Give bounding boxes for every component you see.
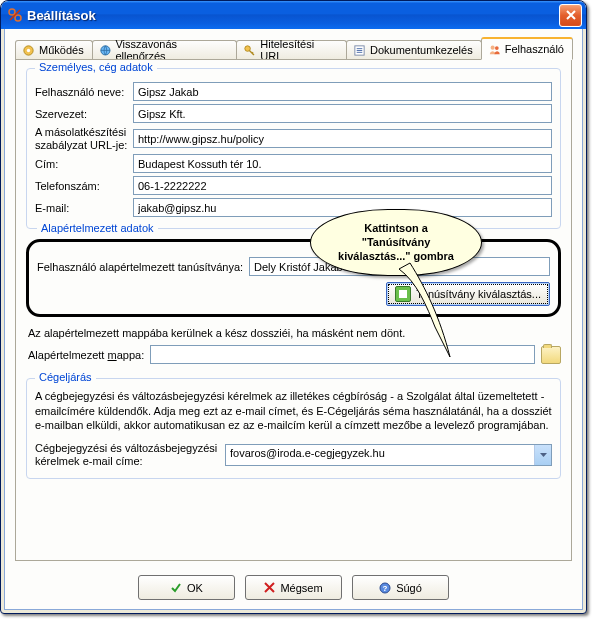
globe-icon bbox=[99, 44, 112, 57]
button-label: Súgó bbox=[396, 582, 422, 594]
label-address: Cím: bbox=[35, 158, 133, 170]
label-org: Szervezet: bbox=[35, 108, 133, 120]
default-folder-note: Az alapértelmezett mappába kerülnek a ké… bbox=[28, 327, 561, 339]
check-icon bbox=[170, 582, 182, 594]
legend-personal: Személyes, cég adatok bbox=[35, 61, 157, 73]
app-icon bbox=[7, 7, 23, 23]
label-default-folder: Alapértelmezett mappa: bbox=[28, 349, 144, 361]
tab-label: Dokumentumkezelés bbox=[370, 44, 473, 56]
combo-value: fovaros@iroda.e-cegjegyzek.hu bbox=[226, 445, 534, 465]
instruction-callout: Kattintson a "Tanúsítvány kiválasztás...… bbox=[310, 209, 482, 276]
label-name: Felhasználó neve: bbox=[35, 86, 133, 98]
tab-label: Felhasználó bbox=[505, 43, 564, 55]
input-name[interactable] bbox=[133, 82, 552, 101]
input-default-folder[interactable] bbox=[150, 345, 535, 364]
label-email: E-mail: bbox=[35, 202, 133, 214]
legend-defaults: Alapértelmezett adatok bbox=[37, 222, 158, 234]
x-icon bbox=[264, 582, 275, 593]
callout-tail bbox=[405, 257, 465, 367]
window-title: Beállítások bbox=[27, 8, 559, 23]
input-phone[interactable] bbox=[133, 176, 552, 195]
button-label: Mégsem bbox=[280, 582, 322, 594]
browse-folder-button[interactable] bbox=[541, 346, 561, 364]
tab-mukodes[interactable]: Működés bbox=[15, 40, 93, 59]
tab-felhasznalo[interactable]: Felhasználó bbox=[481, 37, 573, 60]
label-policy: A másolatkészítési szabályzat URL-je: bbox=[35, 126, 133, 151]
document-list-icon bbox=[353, 44, 366, 57]
group-cegeljaras: Cégeljárás A cégbejegyzési és változásbe… bbox=[26, 378, 561, 479]
close-button[interactable] bbox=[559, 4, 582, 27]
key-icon bbox=[243, 44, 256, 57]
tab-hitelesitesi[interactable]: Hitelesítési URL bbox=[236, 40, 346, 59]
label-ceg-email: Cégbejegyzési és változásbejegyzési kére… bbox=[35, 442, 225, 467]
help-button[interactable]: ? Súgó bbox=[352, 575, 449, 600]
chevron-down-icon[interactable] bbox=[534, 445, 551, 465]
legend-ceg: Cégeljárás bbox=[35, 371, 96, 383]
input-address[interactable] bbox=[133, 154, 552, 173]
input-org[interactable] bbox=[133, 104, 552, 123]
tabstrip: Működés Visszavonás ellenőrzés Hitelesít… bbox=[15, 35, 572, 59]
cancel-button[interactable]: Mégsem bbox=[245, 575, 342, 600]
tab-visszavonas[interactable]: Visszavonás ellenőrzés bbox=[92, 40, 238, 59]
tab-label: Működés bbox=[39, 44, 84, 56]
svg-point-7 bbox=[490, 45, 494, 49]
client-area: Működés Visszavonás ellenőrzés Hitelesít… bbox=[4, 29, 583, 610]
tab-dokumentum[interactable]: Dokumentumkezelés bbox=[346, 40, 482, 59]
svg-point-0 bbox=[9, 9, 15, 15]
combo-ceg-email[interactable]: fovaros@iroda.e-cegjegyzek.hu bbox=[225, 444, 552, 466]
svg-point-3 bbox=[27, 48, 30, 51]
ceg-desc: A cégbejegyzési és változásbejegyzési ké… bbox=[35, 389, 552, 432]
users-icon bbox=[488, 43, 501, 56]
gear-icon bbox=[22, 44, 35, 57]
ok-button[interactable]: OK bbox=[138, 575, 235, 600]
label-phone: Telefonszám: bbox=[35, 180, 133, 192]
label-cert: Felhasználó alapértelmezett tanúsítványa… bbox=[37, 261, 243, 273]
group-personal: Személyes, cég adatok Felhasználó neve: … bbox=[26, 68, 561, 229]
dialog-buttons: OK Mégsem ? Súgó bbox=[5, 575, 582, 600]
help-icon: ? bbox=[379, 582, 391, 594]
svg-point-1 bbox=[15, 15, 21, 21]
button-label: OK bbox=[187, 582, 203, 594]
svg-point-8 bbox=[495, 46, 499, 50]
settings-dialog: Beállítások Működés Visszavonás ellenőrz… bbox=[0, 0, 587, 614]
svg-text:?: ? bbox=[383, 584, 388, 593]
input-policy[interactable] bbox=[133, 129, 552, 148]
tab-panel: Személyes, cég adatok Felhasználó neve: … bbox=[15, 59, 572, 561]
titlebar: Beállítások bbox=[1, 1, 586, 29]
